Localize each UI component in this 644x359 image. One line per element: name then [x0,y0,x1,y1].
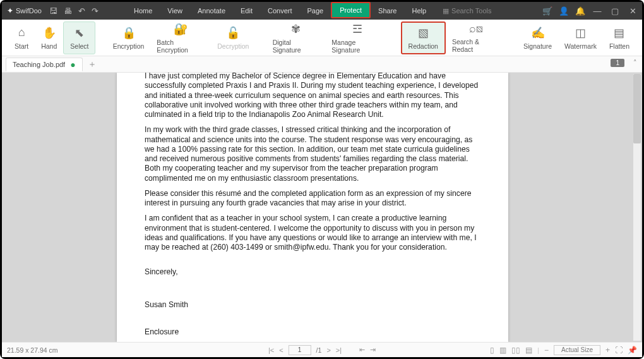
quick-access-toolbar: 🖫 🖶 ↶ ↷ [47,6,101,16]
signer-name: Susan Smith [145,300,480,310]
bell-icon[interactable]: 🔔 [575,6,585,16]
menu-annotate[interactable]: Annotate [190,2,233,20]
page-total: /1 [316,346,322,354]
select-button[interactable]: ⬉Select [63,21,95,54]
batch-lock-icon: 🔐 [174,22,188,36]
add-tab-button[interactable]: ＋ [88,59,97,70]
undo-icon[interactable]: ↶ [78,6,85,16]
first-page-icon[interactable]: |< [268,346,274,354]
menu-protect[interactable]: Protect [331,2,371,18]
save-icon[interactable]: 🖫 [49,6,57,16]
menu-home[interactable]: Home [126,2,160,20]
two-page-icon[interactable]: ▯▯ [511,346,520,355]
fullscreen-icon[interactable]: ⛶ [615,346,623,355]
menu-convert[interactable]: Convert [260,2,300,20]
page-number-input[interactable]: 1 [289,345,311,355]
search-redact-icon: ⌕▧ [469,22,483,35]
window-controls: 🛒 👤 🔔 — ▢ ✕ [542,6,642,16]
manage-signature-button[interactable]: ☲Manage Signature [325,21,390,54]
digital-sig-icon: ✾ [291,22,301,36]
closing-text: Sincerely, [145,267,480,277]
pin-icon[interactable]: 📌 [628,346,637,355]
page-navigator: |< < 1 /1 > >| ⇤ ⇥ [268,345,376,355]
redaction-button[interactable]: ▧Redaction [401,21,446,54]
maximize-button[interactable]: ▢ [609,6,621,16]
status-right: ▯ ▥ ▯▯ ▤ | − Actual Size + ⛶ 📌 [490,345,637,355]
home-icon: ⌂ [18,26,25,40]
continuous-page-icon[interactable]: ▥ [499,346,506,355]
last-page-icon[interactable]: >| [336,346,342,354]
flatten-icon: ▤ [614,26,624,40]
read-mode-icon[interactable]: ▤ [525,346,532,355]
file-tab[interactable]: Teaching Job.pdf ● [6,58,83,71]
page-badge: 1 [611,59,624,67]
redo-icon[interactable]: ↷ [92,6,98,16]
print-icon[interactable]: 🖶 [64,6,72,16]
cart-icon[interactable]: 🛒 [542,6,552,16]
single-page-icon[interactable]: ▯ [490,346,494,355]
menu-help[interactable]: Help [404,2,434,20]
app-logo-icon: ✦ [7,6,13,15]
scrollbar-thumb[interactable] [633,74,641,143]
status-bar: 21.59 x 27.94 cm |< < 1 /1 > >| ⇤ ⇥ ▯ ▥ … [2,342,642,357]
unsaved-indicator-icon: ● [70,59,75,70]
redaction-icon: ▧ [418,26,429,40]
title-bar: ✦ SwifDoo 🖫 🖶 ↶ ↷ Home View Annotate Edi… [2,2,642,20]
minimize-button[interactable]: — [592,6,603,16]
body-paragraph: I have just completed my Bachelor of Sci… [145,73,480,119]
search-tools-label: Search Tools [451,7,491,15]
hand-button[interactable]: ✋Hand [35,21,63,54]
body-paragraph: Please consider this résumé and the comp… [145,189,480,209]
enclosure-text: Enclosure [145,327,480,337]
signature-button[interactable]: ✍Signature [517,21,558,54]
menu-view[interactable]: View [160,2,190,20]
zoom-out-icon[interactable]: − [544,346,549,355]
body-paragraph: In my work with the third grade classes,… [145,125,480,183]
manage-sig-icon: ☲ [352,22,362,36]
pdf-page[interactable]: I have just completed my Bachelor of Sci… [117,73,508,342]
cursor-icon: ⬉ [75,26,84,40]
ribbon-toolbar: ⌂Start ✋Hand ⬉Select 🔒Encryption 🔐Batch … [2,20,642,56]
file-tab-label: Teaching Job.pdf [13,61,65,68]
search-redact-button[interactable]: ⌕▧Search & Redact [446,21,506,54]
menu-edit[interactable]: Edit [233,2,260,20]
hand-icon: ✋ [42,26,56,40]
document-area: I have just completed my Bachelor of Sci… [2,73,642,342]
zoom-in-icon[interactable]: + [605,346,610,355]
app-name: SwifDoo [16,7,42,15]
menu-page[interactable]: Page [300,2,331,20]
app-brand: ✦ SwifDoo [2,6,47,15]
main-menu: Home View Annotate Edit Convert Page Pro… [126,2,434,20]
prev-view-icon[interactable]: ⇤ [359,346,365,354]
next-page-icon[interactable]: > [326,346,330,354]
document-tabs: Teaching Job.pdf ● ＋ 1 ˄ [2,56,642,73]
batch-encryption-button[interactable]: 🔐Batch Encryption [150,21,211,54]
decryption-button[interactable]: 🔓Decryption [211,21,255,54]
flatten-button[interactable]: ▤Flatten [603,21,636,54]
page-dimensions: 21.59 x 27.94 cm [7,346,58,354]
menu-share[interactable]: Share [371,2,404,20]
signature-icon: ✍ [531,26,545,40]
close-button[interactable]: ✕ [627,6,638,16]
search-tools[interactable]: ▦ Search Tools [439,7,495,15]
watermark-button[interactable]: ◫Watermark [558,21,603,54]
zoom-level[interactable]: Actual Size [554,345,600,355]
body-paragraph: I am confident that as a teacher in your… [145,214,480,252]
watermark-icon: ◫ [575,26,586,40]
lock-icon: 🔒 [122,26,136,40]
grid-icon: ▦ [443,7,449,15]
unlock-icon: 🔓 [226,26,240,40]
prev-page-icon[interactable]: < [279,346,283,354]
vertical-scrollbar[interactable] [633,74,641,341]
next-view-icon[interactable]: ⇥ [370,346,376,354]
encryption-button[interactable]: 🔒Encryption [107,21,151,54]
user-icon[interactable]: 👤 [559,6,569,16]
start-button[interactable]: ⌂Start [8,21,35,54]
digital-signature-button[interactable]: ✾Digital Signature [266,21,326,54]
collapse-ribbon-icon[interactable]: ˄ [633,59,637,67]
